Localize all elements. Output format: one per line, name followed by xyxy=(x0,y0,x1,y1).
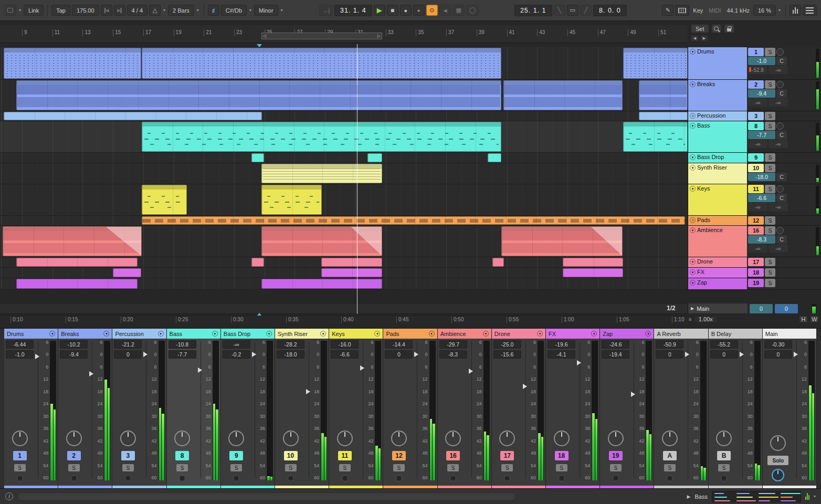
solo-button[interactable]: S xyxy=(664,464,676,471)
track-number[interactable]: 17 xyxy=(748,258,764,266)
volume-field[interactable]: -8.3 xyxy=(748,235,775,244)
loop-start-handle[interactable]: ◁ xyxy=(263,34,266,38)
arrangement-record-button[interactable]: ● xyxy=(400,5,412,16)
clip-keys[interactable] xyxy=(142,185,187,215)
cpu-load-meter[interactable]: 16 % xyxy=(753,5,776,16)
track-header-synth-riser[interactable]: ▾Synth Riser10S-18.0C xyxy=(688,163,821,184)
track-list-icon[interactable]: ≡ xyxy=(690,217,696,223)
clip-ambience[interactable] xyxy=(261,226,383,256)
main-pan-field[interactable]: 0 xyxy=(775,304,798,313)
track-fold-icon[interactable]: ▾ xyxy=(690,227,696,233)
solo-button[interactable]: S xyxy=(285,464,297,471)
track-lane-pads[interactable] xyxy=(0,216,688,226)
track-fold-icon[interactable]: ▾ xyxy=(690,259,696,265)
clip-drums[interactable] xyxy=(623,48,688,79)
track-lane-synth-riser[interactable] xyxy=(0,163,688,184)
volume-field[interactable]: -7.7 xyxy=(748,131,775,139)
volume-fader[interactable] xyxy=(630,339,637,486)
mixer-strip-fx[interactable]: FX▾-19.6-4.118S606121824303642485460 xyxy=(546,329,600,488)
pan-knob[interactable] xyxy=(554,430,570,446)
peak-level-display[interactable]: -50.9 xyxy=(656,340,683,349)
midi-map-mode-label[interactable]: MIDI xyxy=(707,7,723,14)
track-number-badge[interactable]: Solo xyxy=(767,456,788,465)
preview-play-icon[interactable]: ▶ xyxy=(687,494,691,499)
track-number[interactable]: 18 xyxy=(748,268,764,277)
chevron-down-icon[interactable]: ▾ xyxy=(814,494,816,499)
track-header-zap[interactable]: ▾Zap19S xyxy=(688,278,821,290)
back-to-arrangement-button[interactable]: ◄ xyxy=(439,5,451,16)
arrangement-position-display[interactable]: 31. 1. 4 xyxy=(334,5,372,16)
track-activator[interactable] xyxy=(559,475,565,481)
pan-knob[interactable] xyxy=(12,430,28,446)
status-message-field[interactable] xyxy=(17,492,516,501)
new-button[interactable]: + xyxy=(413,5,425,16)
loop-brace[interactable]: ◁ ▷ xyxy=(261,33,382,39)
play-button[interactable]: ▶ xyxy=(374,5,385,16)
clip-drums[interactable]: … xyxy=(4,48,141,79)
quantize-chevron[interactable]: ▾ xyxy=(196,8,200,13)
mixer-strip-percussion[interactable]: Percussion▾-21.203S606121824303642485460 xyxy=(112,329,166,488)
track-activator[interactable] xyxy=(288,475,294,481)
peak-level-display[interactable]: -55.2 xyxy=(710,340,738,349)
solo-button[interactable]: S xyxy=(765,164,775,172)
track-fold-icon[interactable]: ▾ xyxy=(690,81,696,87)
peak-level-display[interactable]: -25.0 xyxy=(493,340,521,349)
track-header-bass[interactable]: ▾Bass8S-7.7C-∞-∞ xyxy=(688,121,821,153)
track-fold-icon[interactable]: ▾ xyxy=(690,186,696,192)
mixer-strip-a-reverb[interactable]: A Reverb-50.90AS606121824303642485460 xyxy=(654,329,708,488)
track-number[interactable]: 16 xyxy=(748,226,764,235)
send-b-field[interactable]: -∞ xyxy=(769,203,788,211)
track-number[interactable]: 8 xyxy=(748,122,764,130)
volume-fader[interactable] xyxy=(522,339,529,486)
punch-out-button[interactable]: ╱ xyxy=(580,5,592,16)
track-name-block[interactable]: ≡Pads xyxy=(688,216,747,225)
volume-fader[interactable] xyxy=(685,339,691,486)
solo-button[interactable]: S xyxy=(765,112,775,120)
chevron-down-icon[interactable]: ▾ xyxy=(429,331,435,337)
clip-ambience[interactable] xyxy=(501,226,623,256)
clip-fx[interactable] xyxy=(113,268,141,277)
solo-button[interactable]: S xyxy=(68,464,80,471)
mixer-strip-drums[interactable]: Drums▾-6.44-1.01S606121824303642485460 xyxy=(4,329,58,488)
track-number[interactable]: 9 xyxy=(748,153,764,162)
track-activator[interactable] xyxy=(721,475,727,481)
solo-button[interactable]: S xyxy=(765,153,775,162)
computer-midi-keyboard-button[interactable] xyxy=(675,5,689,16)
clip-zap[interactable] xyxy=(16,279,138,289)
mixer-strip-pads[interactable]: Pads▾-14.4012S606121824303642485460 xyxy=(383,329,437,488)
set-button[interactable]: Set xyxy=(691,24,709,33)
solo-button[interactable]: S xyxy=(230,464,242,471)
draw-mode-pencil-button[interactable]: ✎ xyxy=(662,5,673,16)
solo-button[interactable]: S xyxy=(122,464,134,471)
solo-button[interactable]: S xyxy=(765,80,775,89)
track-fold-icon[interactable]: ▾ xyxy=(690,165,696,171)
solo-button[interactable]: S xyxy=(765,226,775,235)
track-number-badge[interactable]: 9 xyxy=(229,451,243,460)
clip-drone[interactable] xyxy=(251,258,264,267)
key-map-mode-label[interactable]: Key xyxy=(691,7,705,14)
track-activator[interactable] xyxy=(396,475,402,481)
track-number-badge[interactable]: 2 xyxy=(67,451,81,460)
clip-synth-riser[interactable] xyxy=(261,164,383,183)
track-number-badge[interactable]: 11 xyxy=(338,451,352,460)
control-surface-icon[interactable] xyxy=(4,5,16,16)
track-number[interactable]: 10 xyxy=(748,164,764,172)
track-lane-percussion[interactable] xyxy=(0,111,688,121)
track-lane-bass[interactable] xyxy=(0,121,688,153)
track-name-block[interactable]: ▾Zap xyxy=(688,278,747,289)
loop-start-field[interactable]: 25. 1. 1 xyxy=(514,5,552,16)
cpu-chevron[interactable]: ▾ xyxy=(777,8,782,13)
quantize-menu[interactable]: 2 Bars xyxy=(168,5,194,16)
automation-arm-button[interactable]: ⊙ xyxy=(426,5,438,16)
peak-level-display[interactable]: -16.0 xyxy=(331,340,359,349)
key-root-chevron[interactable]: ▾ xyxy=(248,8,252,13)
metronome-button[interactable]: △ xyxy=(149,5,161,16)
solo-button[interactable]: S xyxy=(393,464,405,471)
volume-field[interactable]: -6.6 xyxy=(748,194,775,202)
empty-lane[interactable] xyxy=(0,290,688,303)
volume-field[interactable]: -9.4 xyxy=(60,350,88,359)
nudge-down-button[interactable]: |◃ xyxy=(101,5,112,16)
volume-fader[interactable] xyxy=(89,339,96,486)
clip-bass-drop[interactable] xyxy=(251,153,264,162)
solo-button[interactable]: S xyxy=(718,464,730,471)
